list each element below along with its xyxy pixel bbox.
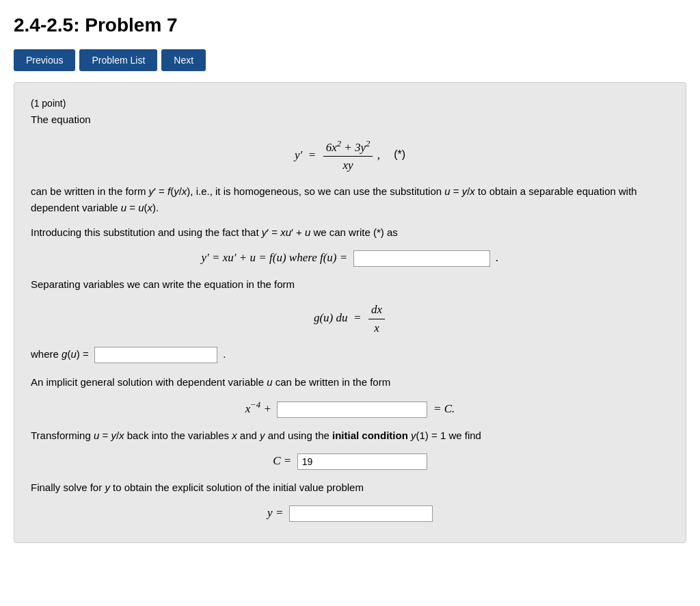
problem-list-button[interactable]: Problem List bbox=[79, 49, 157, 71]
equation4: x−4 + = C. bbox=[31, 399, 669, 418]
nav-bar: Previous Problem List Next bbox=[14, 49, 686, 71]
eq2-lhs: y′ = xu′ + u = f(u) where f(u) = bbox=[201, 251, 350, 264]
eq3-fraction: dx x bbox=[368, 301, 385, 337]
eq6-label: y = bbox=[267, 506, 286, 519]
eq4-rhs: = C. bbox=[431, 402, 455, 415]
previous-button[interactable]: Previous bbox=[14, 49, 75, 71]
para6: Transforming u = y/x back into the varia… bbox=[31, 427, 669, 444]
para1: can be written in the form y′ = f(y/x), … bbox=[31, 183, 669, 216]
para3: Separating variables we can write the eq… bbox=[31, 276, 669, 293]
eq1-star: (*) bbox=[394, 148, 405, 160]
eq1-comma: , bbox=[377, 148, 380, 161]
page-wrapper: 2.4-2.5: Problem 7 Previous Problem List… bbox=[0, 0, 700, 554]
para4: where g(u) = . bbox=[31, 346, 669, 363]
fu-input[interactable] bbox=[353, 250, 490, 267]
intro-text: The equation bbox=[31, 112, 669, 128]
page-title: 2.4-2.5: Problem 7 bbox=[14, 11, 686, 40]
eq1-fraction: 6x2 + 3y2 xy bbox=[323, 137, 373, 174]
equation6: y = bbox=[31, 504, 669, 522]
eq1-numerator: 6x2 + 3y2 bbox=[323, 137, 373, 157]
gu-input[interactable] bbox=[94, 347, 217, 363]
equation3: g(u) du = dx x bbox=[31, 301, 669, 337]
eq1-denominator: xy bbox=[340, 157, 356, 174]
y-input[interactable] bbox=[289, 505, 433, 522]
equation2: y′ = xu′ + u = f(u) where f(u) = . bbox=[31, 249, 669, 267]
next-button[interactable]: Next bbox=[161, 49, 206, 71]
eq3-lhs: g(u) du = bbox=[314, 311, 364, 324]
eq2-dot: . bbox=[493, 251, 499, 264]
content-box: (1 point) The equation y′ = 6x2 + 3y2 xy… bbox=[14, 82, 686, 543]
para2: Introducing this substitution and using … bbox=[31, 224, 669, 241]
eq3-numerator: dx bbox=[368, 301, 385, 319]
eq5-label: C = bbox=[273, 454, 294, 467]
main-equation: y′ = 6x2 + 3y2 xy , (*) bbox=[31, 137, 669, 174]
implicit-input[interactable] bbox=[277, 401, 427, 418]
eq1-lhs: y′ = bbox=[295, 148, 319, 161]
para5: An implicit general solution with depend… bbox=[31, 374, 669, 391]
points-label: (1 point) bbox=[31, 96, 669, 111]
eq3-denominator: x bbox=[371, 319, 382, 337]
equation5: C = bbox=[31, 452, 669, 470]
eq4-lhs: x−4 + bbox=[245, 402, 275, 415]
para7: Finally solve for y to obtain the explic… bbox=[31, 479, 669, 496]
bold-initial-condition: initial condition bbox=[332, 430, 408, 441]
c-input[interactable] bbox=[297, 453, 427, 470]
